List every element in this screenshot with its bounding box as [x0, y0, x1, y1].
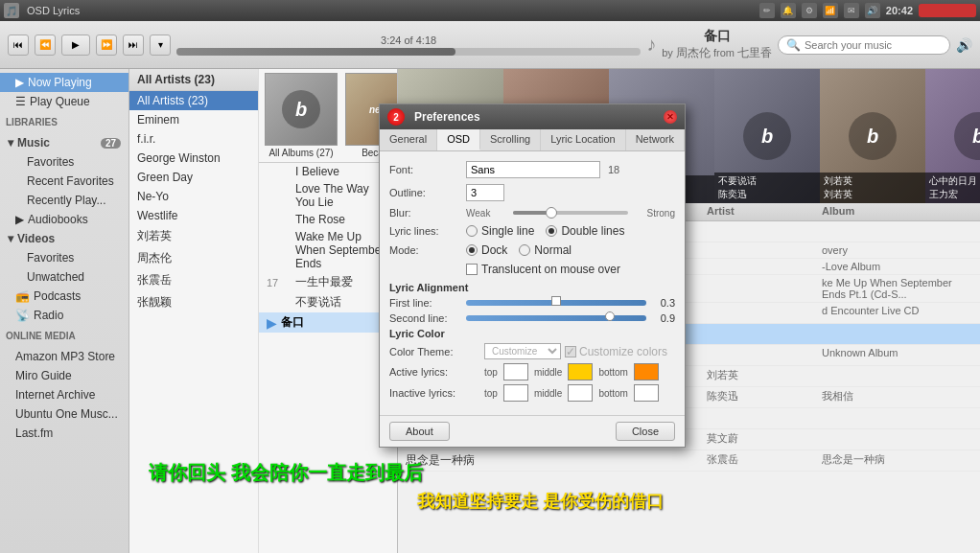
artist-item-3[interactable]: Green Day	[129, 168, 258, 187]
blur-slider-thumb[interactable]	[546, 207, 557, 219]
sidebar-item-radio[interactable]: 📡 Radio	[0, 306, 128, 325]
artist-item-4[interactable]: Ne-Yo	[129, 187, 258, 206]
track-album-0	[822, 223, 975, 240]
pref-font-label: Font:	[389, 164, 466, 175]
search-input[interactable]	[805, 39, 939, 51]
customize-colors-check[interactable]: ✓ Customize colors	[565, 345, 667, 358]
dialog-number-icon: 2	[387, 108, 405, 126]
sidebar-item-recent-favorites[interactable]: Recent Favorites	[0, 172, 128, 191]
tab-scrolling[interactable]: Scrolling	[480, 129, 541, 150]
artist-item-2[interactable]: George Winston	[129, 149, 258, 168]
first-line-thumb[interactable]	[551, 296, 561, 306]
play-pause-button[interactable]: ▶	[61, 35, 90, 56]
song-row-0[interactable]: I Believe	[259, 163, 397, 180]
radio-single-line[interactable]: Single line	[466, 224, 534, 238]
volume-icon[interactable]: 🔊	[956, 37, 972, 53]
progress-bar[interactable]	[176, 48, 641, 56]
tray-icon-1[interactable]: ✏	[759, 3, 775, 18]
inactive-bottom-color[interactable]	[634, 384, 659, 402]
album-large-5[interactable]: b 心中的日月（...王力宏	[925, 69, 980, 203]
outline-input[interactable]	[466, 184, 504, 201]
tab-osd[interactable]: OSD	[437, 129, 480, 150]
second-line-slider[interactable]	[466, 315, 646, 321]
artist-item-all[interactable]: All Artists (23)	[129, 91, 258, 110]
sidebar-item-miro[interactable]: Miro Guide	[0, 366, 128, 385]
tab-general[interactable]: General	[380, 129, 437, 150]
song-row-4[interactable]: 17 一生中最爱	[259, 272, 397, 292]
artist-item-5[interactable]: Westlife	[129, 206, 258, 225]
sidebar-item-amazon[interactable]: Amazon MP3 Store	[0, 347, 128, 366]
song-row-1[interactable]: Love The Way You Lie	[259, 180, 397, 211]
pref-blur-label: Blur:	[389, 207, 466, 219]
dialog-close-button[interactable]: ✕	[664, 110, 677, 124]
artist-item-6[interactable]: 刘若英	[129, 225, 258, 247]
close-button[interactable]: Close	[616, 422, 675, 441]
search-box[interactable]: 🔍	[778, 35, 950, 55]
artist-item-9[interactable]: 张靓颖	[129, 291, 258, 313]
tray-icon-4[interactable]: 📶	[823, 3, 838, 18]
sidebar-item-favorites[interactable]: Favorites	[0, 152, 128, 172]
forward-button[interactable]: ⏩	[96, 35, 117, 56]
sidebar-item-now-playing[interactable]: ▶ Now Playing	[0, 73, 128, 92]
artist-item-7[interactable]: 周杰伦	[129, 247, 258, 269]
sidebar-item-unwatched[interactable]: Unwatched	[0, 267, 128, 287]
radio-double-lines[interactable]: Double lines	[546, 224, 624, 238]
tab-network[interactable]: Network	[626, 129, 685, 150]
inactive-top-color[interactable]	[503, 384, 528, 402]
tray-icon-2[interactable]: 🔔	[781, 3, 796, 18]
tray-icon-6[interactable]: 🔊	[865, 3, 880, 18]
album-large-3[interactable]: b 不要说话陈奕迅	[714, 69, 820, 203]
song-row-6[interactable]: ▶ 备口	[259, 312, 397, 333]
track-artist-8: 陈奕迅	[707, 389, 822, 405]
next-button[interactable]: ⏭	[123, 35, 144, 56]
pref-font-row: Font: 18	[389, 161, 675, 178]
sidebar-item-internet-archive[interactable]: Internet Archive	[0, 385, 128, 404]
artist-item-1[interactable]: f.i.r.	[129, 129, 258, 149]
radio-dock[interactable]: Dock	[466, 243, 507, 257]
about-button[interactable]: About	[389, 422, 450, 441]
translucent-checkbox[interactable]: Translucent on mouse over	[466, 263, 620, 276]
active-middle-color[interactable]	[568, 363, 593, 380]
inactive-lyrics-label: Inactive lyrics:	[389, 387, 480, 399]
sidebar-item-lastfm[interactable]: Last.fm	[0, 424, 128, 443]
album-thumb-img-0: b	[265, 73, 338, 146]
sidebar-favorites-label: Favorites	[27, 155, 74, 169]
prev-button[interactable]: ⏮	[8, 35, 29, 56]
second-line-thumb[interactable]	[605, 311, 615, 321]
rewind-button[interactable]: ⏪	[35, 35, 56, 56]
active-bottom-color[interactable]	[634, 363, 659, 380]
sidebar-item-play-queue[interactable]: ☰ Play Queue	[0, 92, 128, 111]
sidebar-item-podcasts[interactable]: 📻 Podcasts	[0, 287, 128, 306]
sidebar-music-header[interactable]: ▾ Music 27	[0, 133, 128, 152]
track-artist-0	[707, 223, 822, 240]
menu-button[interactable]: ▾	[150, 35, 171, 56]
tab-lyric-location[interactable]: Lyric Location	[541, 129, 625, 150]
blur-slider[interactable]	[513, 211, 628, 215]
track-row-11[interactable]: 思念是一种病 张震岳 思念是一种病 4:16	[398, 450, 980, 472]
tray-icon-3[interactable]: ⚙	[802, 3, 817, 18]
sidebar-item-ubuntu-music[interactable]: Ubuntu One Musc...	[0, 404, 128, 424]
pref-mode-row: Mode: Dock Normal	[389, 243, 675, 257]
sidebar-videos-header[interactable]: ▾ Videos	[0, 229, 128, 248]
inactive-middle-color[interactable]	[568, 384, 593, 402]
first-line-slider[interactable]	[466, 300, 646, 306]
radio-double-dot	[546, 225, 557, 237]
color-theme-select[interactable]: Customize	[484, 343, 561, 359]
customize-colors-checkbox: ✓	[565, 346, 576, 357]
dock-label: Dock	[481, 243, 507, 257]
font-input[interactable]	[466, 161, 600, 178]
radio-normal[interactable]: Normal	[519, 243, 572, 257]
song-row-5[interactable]: 不要说话	[259, 292, 397, 312]
sidebar-item-recently-played[interactable]: Recently Play...	[0, 191, 128, 210]
artist-item-8[interactable]: 张震岳	[129, 269, 258, 291]
tray-icon-5[interactable]: ✉	[844, 3, 859, 18]
artist-item-0[interactable]: Eminem	[129, 110, 258, 129]
album-thumb-0[interactable]: b All Albums (27)	[263, 73, 339, 158]
sidebar-item-audiobooks[interactable]: ▶ Audiobooks	[0, 210, 128, 229]
active-top-color[interactable]	[503, 363, 528, 380]
song-row-2[interactable]: The Rose	[259, 211, 397, 228]
song-row-3[interactable]: Wake Me Up When September Ends	[259, 228, 397, 272]
album-large-4[interactable]: b 刘若英刘若英	[820, 69, 925, 203]
dialog-footer: About Close	[380, 415, 685, 447]
sidebar-item-vid-favorites[interactable]: Favorites	[0, 248, 128, 267]
